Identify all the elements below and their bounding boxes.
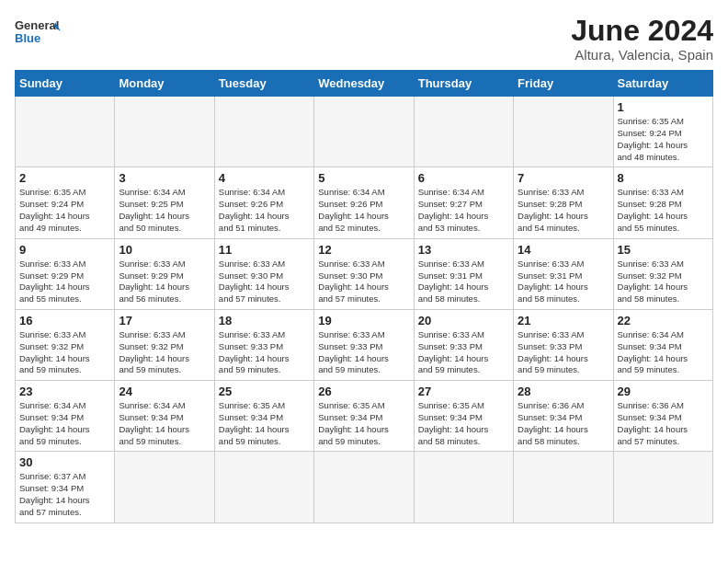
day-10: 10 Sunrise: 6:33 AMSunset: 9:29 PMDaylig… [115,238,214,309]
day-25: 25 Sunrise: 6:35 AMSunset: 9:34 PMDaylig… [214,381,313,452]
empty-cell [214,97,313,167]
svg-text:General: General [15,18,59,32]
table-row: 9 Sunrise: 6:33 AMSunset: 9:29 PMDayligh… [16,238,713,309]
day-8: 8 Sunrise: 6:33 AMSunset: 9:28 PMDayligh… [613,167,712,238]
logo-svg: General Blue [15,15,61,48]
day-13: 13 Sunrise: 6:33 AMSunset: 9:31 PMDaylig… [414,238,513,309]
month-title: June 2024 [571,15,713,47]
logo: General Blue [15,15,61,48]
day-1-info: Sunrise: 6:35 AMSunset: 9:24 PMDaylight:… [618,116,709,163]
header-monday: Monday [115,71,214,97]
day-29: 29 Sunrise: 6:36 AMSunset: 9:34 PMDaylig… [613,381,712,452]
day-3: 3 Sunrise: 6:34 AMSunset: 9:25 PMDayligh… [115,167,214,238]
title-block: June 2024 Altura, Valencia, Spain [571,15,713,63]
day-26: 26 Sunrise: 6:35 AMSunset: 9:34 PMDaylig… [314,381,414,452]
location-title: Altura, Valencia, Spain [571,47,713,63]
header-tuesday: Tuesday [214,71,313,97]
empty-cell [115,452,214,523]
calendar-table: Sunday Monday Tuesday Wednesday Thursday… [15,70,713,523]
empty-cell [414,452,513,523]
day-11: 11 Sunrise: 6:33 AMSunset: 9:30 PMDaylig… [214,238,313,309]
header-saturday: Saturday [613,71,712,97]
day-4: 4 Sunrise: 6:34 AMSunset: 9:26 PMDayligh… [214,167,313,238]
day-21: 21 Sunrise: 6:33 AMSunset: 9:33 PMDaylig… [514,309,613,380]
empty-cell [16,97,115,167]
day-6: 6 Sunrise: 6:34 AMSunset: 9:27 PMDayligh… [414,167,513,238]
day-18: 18 Sunrise: 6:33 AMSunset: 9:33 PMDaylig… [214,309,313,380]
table-row: 1 Sunrise: 6:35 AMSunset: 9:24 PMDayligh… [16,97,713,167]
header-thursday: Thursday [414,71,513,97]
table-row: 2 Sunrise: 6:35 AMSunset: 9:24 PMDayligh… [16,167,713,238]
day-1: 1 Sunrise: 6:35 AMSunset: 9:24 PMDayligh… [613,97,712,167]
day-28: 28 Sunrise: 6:36 AMSunset: 9:34 PMDaylig… [514,381,613,452]
day-5: 5 Sunrise: 6:34 AMSunset: 9:26 PMDayligh… [314,167,414,238]
day-14: 14 Sunrise: 6:33 AMSunset: 9:31 PMDaylig… [514,238,613,309]
header-sunday: Sunday [16,71,115,97]
day-2: 2 Sunrise: 6:35 AMSunset: 9:24 PMDayligh… [16,167,115,238]
table-row: 16 Sunrise: 6:33 AMSunset: 9:32 PMDaylig… [16,309,713,380]
day-19: 19 Sunrise: 6:33 AMSunset: 9:33 PMDaylig… [314,309,414,380]
empty-cell [214,452,313,523]
day-27: 27 Sunrise: 6:35 AMSunset: 9:34 PMDaylig… [414,381,513,452]
empty-cell [514,97,613,167]
header-friday: Friday [514,71,613,97]
empty-cell [314,97,414,167]
table-row: 23 Sunrise: 6:34 AMSunset: 9:34 PMDaylig… [16,381,713,452]
weekday-header-row: Sunday Monday Tuesday Wednesday Thursday… [16,71,713,97]
empty-cell [314,452,414,523]
day-30: 30 Sunrise: 6:37 AMSunset: 9:34 PMDaylig… [16,452,115,523]
table-row: 30 Sunrise: 6:37 AMSunset: 9:34 PMDaylig… [16,452,713,523]
day-7: 7 Sunrise: 6:33 AMSunset: 9:28 PMDayligh… [514,167,613,238]
day-17: 17 Sunrise: 6:33 AMSunset: 9:32 PMDaylig… [115,309,214,380]
header-wednesday: Wednesday [314,71,414,97]
day-15: 15 Sunrise: 6:33 AMSunset: 9:32 PMDaylig… [613,238,712,309]
empty-cell [414,97,513,167]
header: General Blue June 2024 Altura, Valencia,… [15,15,713,63]
empty-cell [514,452,613,523]
day-24: 24 Sunrise: 6:34 AMSunset: 9:34 PMDaylig… [115,381,214,452]
day-12: 12 Sunrise: 6:33 AMSunset: 9:30 PMDaylig… [314,238,414,309]
day-16: 16 Sunrise: 6:33 AMSunset: 9:32 PMDaylig… [16,309,115,380]
svg-text:Blue: Blue [15,31,40,45]
day-20: 20 Sunrise: 6:33 AMSunset: 9:33 PMDaylig… [414,309,513,380]
day-9: 9 Sunrise: 6:33 AMSunset: 9:29 PMDayligh… [16,238,115,309]
empty-cell [115,97,214,167]
day-23: 23 Sunrise: 6:34 AMSunset: 9:34 PMDaylig… [16,381,115,452]
empty-cell [613,452,712,523]
day-22: 22 Sunrise: 6:34 AMSunset: 9:34 PMDaylig… [613,309,712,380]
